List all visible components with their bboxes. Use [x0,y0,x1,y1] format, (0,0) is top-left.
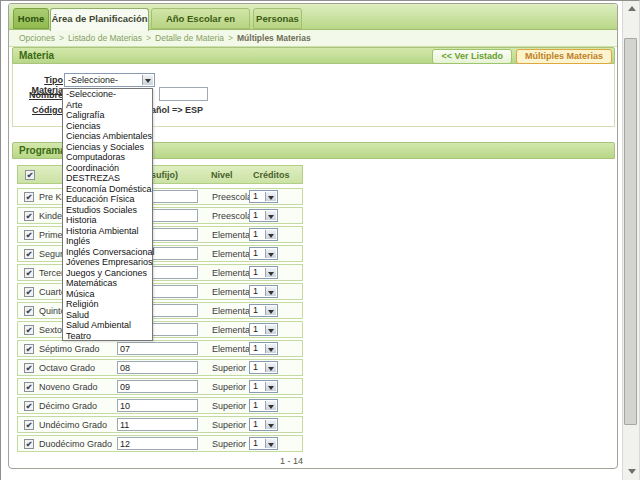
scroll-down-icon[interactable] [628,469,636,474]
row-checkbox[interactable]: ✔ [24,325,34,335]
chevron-down-icon[interactable] [265,249,276,258]
row-checkbox[interactable]: ✔ [24,249,34,259]
row-checkbox[interactable]: ✔ [24,211,34,221]
creditos-select[interactable]: 1 [249,323,278,336]
row-checkbox[interactable]: ✔ [24,344,34,354]
dropdown-option[interactable]: Estudios Sociales [63,205,152,216]
scroll-up-icon[interactable] [628,6,636,11]
dropdown-option[interactable]: Historia [63,215,152,226]
dropdown-option[interactable]: Ciencias [63,121,152,132]
nivel-label: Superior [212,401,246,411]
grado-label: Séptimo Grado [39,344,100,354]
creditos-select[interactable]: 1 [249,361,278,374]
nivel-label: Superior [212,382,246,392]
tab-area-de-planificacion[interactable]: Área de Planificación [50,8,149,31]
dropdown-option[interactable]: -Seleccione- [63,89,152,100]
chevron-down-icon[interactable] [265,401,276,410]
row-checkbox[interactable]: ✔ [24,401,34,411]
row-checkbox[interactable]: ✔ [24,192,34,202]
creditos-select[interactable]: 1 [249,228,278,241]
dropdown-option[interactable]: Caligrafía [63,110,152,121]
dropdown-option[interactable]: Matemáticas [63,278,152,289]
creditos-select[interactable]: 1 [249,380,278,393]
chevron-down-icon[interactable] [265,382,276,391]
dropdown-option[interactable]: Juegos y Canciones [63,268,152,279]
chevron-down-icon[interactable] [265,325,276,334]
row-checkbox[interactable]: ✔ [24,268,34,278]
dropdown-option[interactable]: Música [63,289,152,300]
row-checkbox[interactable]: ✔ [24,382,34,392]
chevron-down-icon[interactable] [265,192,276,201]
dropdown-option[interactable]: Ciencias y Sociales [63,142,152,153]
dropdown-option[interactable]: Educación Física [63,194,152,205]
row-checkbox[interactable]: ✔ [24,287,34,297]
sufijo-input[interactable] [117,361,198,374]
sufijo-input[interactable] [117,418,198,431]
dropdown-option[interactable]: Computadoras [63,152,152,163]
chevron-down-icon[interactable] [142,75,153,85]
creditos-select[interactable]: 1 [249,399,278,412]
sufijo-input[interactable] [117,399,198,412]
multiples-materias-button[interactable]: Múltiples Materias [516,49,612,64]
row-checkbox[interactable]: ✔ [24,363,34,373]
creditos-select[interactable]: 1 [249,342,278,355]
sufijo-input[interactable] [117,437,198,450]
tab-home[interactable]: Home [13,8,49,29]
dropdown-option[interactable]: Historia Ambiental [63,226,152,237]
dropdown-option[interactable]: Inglés [63,236,152,247]
breadcrumb-link-opciones[interactable]: Opciones [19,33,55,43]
dropdown-option[interactable]: Religión [63,299,152,310]
dropdown-option[interactable]: DESTREZAS [63,173,152,184]
chevron-down-icon[interactable] [265,230,276,239]
nombre-input[interactable] [159,87,208,101]
sufijo-input[interactable] [117,380,198,393]
nivel-label: Elemental [212,306,252,316]
creditos-selected-value: 1 [253,324,258,334]
chevron-down-icon[interactable] [265,363,276,372]
breadcrumb-link-listado[interactable]: Listado de Materias [68,33,142,43]
creditos-select[interactable]: 1 [249,247,278,260]
chevron-down-icon[interactable] [265,287,276,296]
table-row: ✔Duodécimo GradoSuperior1 [17,435,303,452]
row-checkbox[interactable]: ✔ [24,230,34,240]
table-row: ✔Décimo GradoSuperior1 [17,397,303,414]
chevron-down-icon[interactable] [265,268,276,277]
sufijo-input[interactable] [117,342,198,355]
dropdown-option[interactable]: Teatro [63,331,152,342]
vertical-scrollbar[interactable] [622,0,639,480]
breadcrumb: Opciones>Listado de Materias>Detalle de … [9,30,617,47]
chevron-down-icon[interactable] [265,211,276,220]
tab-personas[interactable]: Personas [253,8,302,29]
dropdown-option[interactable]: Arte [63,100,152,111]
creditos-select[interactable]: 1 [249,418,278,431]
ver-listado-button[interactable]: << Ver Listado [432,49,512,64]
dropdown-option[interactable]: Salud Ambiental [63,320,152,331]
scrollbar-thumb[interactable] [624,38,637,425]
creditos-select[interactable]: 1 [249,190,278,203]
dropdown-option[interactable]: Jóvenes Empresarios [63,257,152,268]
table-row: ✔Pre KinderPreescolar1 [17,188,303,205]
creditos-select[interactable]: 1 [249,209,278,222]
dropdown-option[interactable]: Salud [63,310,152,321]
creditos-select[interactable]: 1 [249,437,278,450]
row-checkbox[interactable]: ✔ [24,306,34,316]
creditos-select[interactable]: 1 [249,304,278,317]
row-checkbox[interactable]: ✔ [24,439,34,449]
breadcrumb-link-detalle[interactable]: Detalle de Materia [155,33,224,43]
row-checkbox[interactable]: ✔ [24,420,34,430]
dropdown-option[interactable]: Ciencias Ambientales [63,131,152,142]
dropdown-option[interactable]: Economía Doméstica [63,184,152,195]
tipo-materia-select[interactable]: -Seleccione- [64,73,155,87]
chevron-down-icon[interactable] [265,344,276,353]
dropdown-option[interactable]: Inglés Conversacional [63,247,152,258]
chevron-down-icon[interactable] [265,306,276,315]
chevron-down-icon[interactable] [265,420,276,429]
creditos-select[interactable]: 1 [249,285,278,298]
table-row: ✔Sexto GradoElemental1 [17,321,303,338]
creditos-select[interactable]: 1 [249,266,278,279]
select-all-checkbox[interactable]: ✔ [25,170,35,180]
app-window: Home Área de Planificación Año Escolar e… [8,3,618,469]
chevron-down-icon[interactable] [265,439,276,448]
tab-ano-escolar-en-curso[interactable]: Año Escolar en Curso [151,8,250,29]
dropdown-option[interactable]: Coordinación [63,163,152,174]
